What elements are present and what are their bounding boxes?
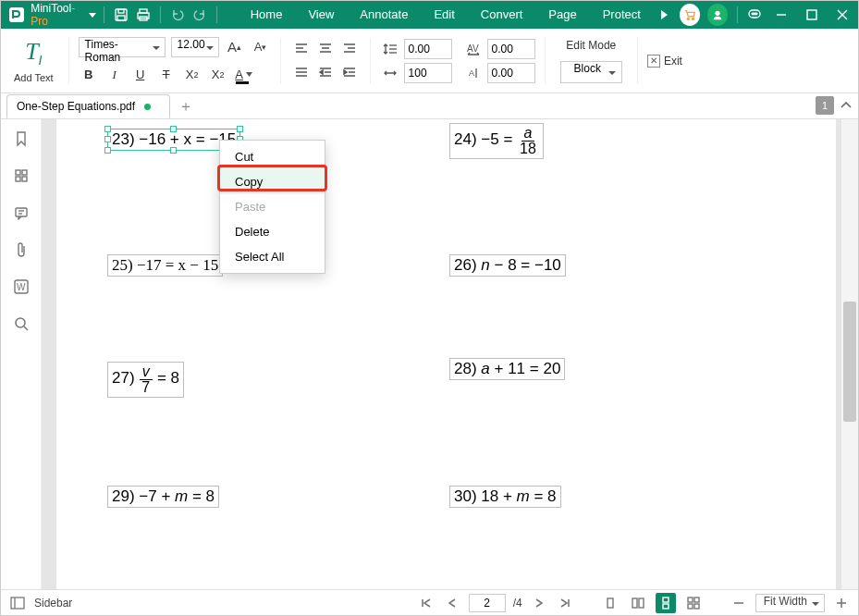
zoom-in-icon[interactable] — [832, 594, 851, 612]
thumbnails-icon[interactable] — [11, 166, 31, 186]
status-bar: Sidebar /4 Fit Width — [1, 589, 858, 615]
user-icon[interactable] — [707, 4, 728, 26]
menu-protect[interactable]: Protect — [590, 1, 654, 29]
exit-button[interactable]: ✕ Exit — [647, 55, 682, 68]
search-icon[interactable] — [11, 314, 31, 334]
scrollbar-thumb[interactable] — [843, 302, 856, 422]
svg-rect-44 — [16, 177, 20, 181]
align-left-icon[interactable] — [290, 38, 313, 60]
cart-icon[interactable] — [680, 4, 700, 26]
edit-mode-select[interactable]: Block — [560, 61, 622, 83]
collapse-ribbon-icon[interactable] — [838, 97, 854, 114]
align-justify-icon[interactable] — [290, 62, 313, 84]
svg-rect-45 — [22, 177, 27, 181]
ctx-select-all[interactable]: Select All — [220, 244, 325, 269]
word-icon[interactable]: W — [11, 277, 31, 297]
svg-rect-60 — [663, 598, 669, 602]
indent-increase-icon[interactable] — [338, 62, 361, 84]
svg-rect-3 — [117, 16, 125, 20]
menu-home[interactable]: Home — [238, 1, 296, 29]
svg-point-8 — [692, 18, 693, 19]
menu-annotate[interactable]: Annotate — [347, 1, 421, 29]
equation-29[interactable]: 29) −7 + m = 8 — [107, 486, 219, 508]
app-menu-dropdown[interactable] — [88, 1, 98, 29]
current-page-input[interactable] — [469, 594, 506, 612]
italic-button[interactable]: I — [104, 65, 125, 85]
comments-icon[interactable] — [11, 203, 31, 223]
superscript-button[interactable]: X2 — [182, 65, 202, 85]
attachments-icon[interactable] — [11, 240, 31, 260]
add-text-group[interactable]: TI Add Text — [8, 34, 59, 86]
view-facing-icon[interactable] — [628, 593, 648, 613]
undo-icon[interactable] — [166, 1, 189, 29]
bold-button[interactable]: B — [79, 65, 99, 85]
menu-convert[interactable]: Convert — [468, 1, 536, 29]
close-button[interactable] — [828, 1, 858, 29]
edit-mode-group: Edit Mode Block — [555, 35, 628, 87]
ctx-delete[interactable]: Delete — [220, 219, 325, 244]
font-color-button[interactable]: A — [234, 65, 254, 85]
document-stage[interactable]: 23) −16 + x = −15 24) −5 = a18 25) −17 =… — [42, 119, 858, 589]
print-icon[interactable] — [132, 1, 154, 29]
horiz-scale-input[interactable] — [404, 63, 452, 83]
ctx-copy[interactable]: Copy — [220, 169, 325, 194]
equation-23-text: 23) −16 + x = −15 — [112, 130, 236, 148]
svg-rect-0 — [9, 7, 24, 22]
font-name-select[interactable]: Times-Roman — [79, 37, 166, 57]
svg-rect-65 — [694, 604, 699, 609]
equation-25[interactable]: 25) −17 = x − 15 — [107, 254, 223, 277]
zoom-select[interactable]: Fit Width — [755, 594, 825, 612]
more-menu-icon[interactable] — [654, 1, 676, 29]
prev-page-icon[interactable] — [443, 594, 461, 612]
strike-button[interactable]: T — [156, 65, 177, 85]
font-size-select[interactable]: 12.00 — [171, 37, 219, 57]
indent-decrease-icon[interactable] — [314, 62, 337, 84]
feedback-icon[interactable] — [743, 1, 766, 29]
new-tab-button[interactable]: ＋ — [174, 94, 198, 118]
equation-24[interactable]: 24) −5 = a18 — [449, 123, 544, 159]
menu-edit[interactable]: Edit — [421, 1, 467, 29]
title-bar: MiniTool-Pro Home View Annotate Edit Con… — [1, 1, 858, 29]
decrease-font-icon[interactable]: A▾ — [251, 37, 271, 57]
line-spacing-input[interactable] — [404, 39, 452, 59]
svg-point-13 — [755, 13, 757, 15]
context-menu: Cut Copy Paste Delete Select All — [219, 140, 325, 274]
align-right-icon[interactable] — [338, 38, 361, 60]
equation-27[interactable]: 27) v7 = 8 — [107, 362, 184, 398]
subscript-button[interactable]: X2 — [208, 65, 228, 85]
menu-view[interactable]: View — [295, 1, 347, 29]
view-continuous-icon[interactable] — [656, 593, 676, 613]
next-page-icon[interactable] — [530, 594, 548, 612]
document-tab[interactable]: One-Step Equations.pdf — [6, 94, 170, 118]
scrollbar-track[interactable] — [841, 119, 858, 589]
zoom-out-icon[interactable] — [730, 594, 748, 612]
maximize-button[interactable] — [796, 1, 827, 29]
svg-rect-59 — [639, 598, 644, 608]
view-continuous-facing-icon[interactable] — [683, 593, 704, 613]
equation-26[interactable]: 26) n − 8 = −10 — [449, 254, 566, 277]
redo-icon[interactable] — [189, 1, 211, 29]
spacing-group: AV A — [380, 39, 535, 83]
save-icon[interactable] — [110, 1, 132, 29]
view-single-icon[interactable] — [600, 593, 620, 613]
svg-rect-53 — [11, 598, 24, 609]
bookmarks-icon[interactable] — [11, 129, 31, 149]
ribbon: TI Add Text Times-Roman 12.00 A▴ A▾ B I … — [1, 29, 858, 93]
char-spacing-input[interactable] — [487, 39, 535, 59]
align-center-icon[interactable] — [314, 38, 337, 60]
equation-30[interactable]: 30) 18 + m = 8 — [449, 486, 561, 508]
vert-scale-input[interactable] — [487, 63, 535, 83]
exit-icon: ✕ — [647, 55, 660, 68]
sidebar-toggle-icon[interactable] — [8, 594, 27, 612]
exit-label: Exit — [664, 55, 682, 68]
minimize-button[interactable] — [766, 1, 796, 29]
increase-font-icon[interactable]: A▴ — [225, 37, 245, 57]
add-text-icon: TI — [25, 38, 42, 68]
last-page-icon[interactable] — [556, 594, 574, 612]
underline-button[interactable]: U — [130, 65, 151, 85]
first-page-icon[interactable] — [417, 594, 436, 612]
svg-point-7 — [687, 18, 689, 19]
ctx-cut[interactable]: Cut — [220, 144, 325, 169]
menu-page[interactable]: Page — [535, 1, 589, 29]
equation-28[interactable]: 28) a + 11 = 20 — [449, 358, 565, 380]
